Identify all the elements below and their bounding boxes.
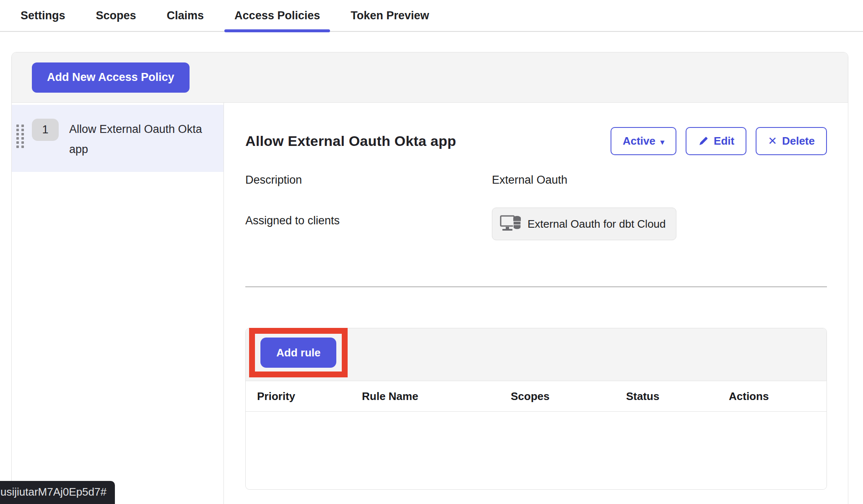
- tab-claims[interactable]: Claims: [157, 0, 214, 31]
- column-actions: Actions: [729, 390, 827, 403]
- status-dropdown-button[interactable]: Active ▾: [611, 127, 676, 155]
- rules-card: Add rule Priority Rule Name Scopes Statu…: [245, 328, 827, 490]
- chevron-down-icon: ▾: [660, 138, 664, 147]
- close-icon: ✕: [768, 135, 777, 148]
- client-app-icon: [500, 215, 522, 233]
- add-rule-button[interactable]: Add rule: [260, 338, 336, 368]
- column-priority: Priority: [257, 390, 362, 403]
- policy-detail-panel: Allow External Oauth Okta app Active ▾: [224, 103, 848, 504]
- description-value: External Oauth: [492, 174, 827, 187]
- rules-table-header: Priority Rule Name Scopes Status Actions: [246, 381, 827, 412]
- column-scopes: Scopes: [511, 390, 626, 403]
- assigned-clients-cell: External Oauth for dbt Cloud: [492, 213, 827, 240]
- policy-item-label: Allow External Oauth Okta app: [69, 119, 215, 159]
- tab-scopes[interactable]: Scopes: [86, 0, 146, 31]
- delete-button-label: Delete: [782, 135, 815, 148]
- column-rule-name: Rule Name: [362, 390, 511, 403]
- policy-action-buttons: Active ▾ Edit ✕: [611, 127, 827, 155]
- policy-list: 1 Allow External Oauth Okta app: [12, 103, 224, 504]
- delete-button[interactable]: ✕ Delete: [756, 127, 827, 155]
- link-status-text: usijiutarM7Aj0Ep5d7#: [0, 486, 107, 499]
- add-new-access-policy-button[interactable]: Add New Access Policy: [32, 62, 190, 93]
- tab-settings[interactable]: Settings: [10, 0, 75, 31]
- column-status: Status: [626, 390, 729, 403]
- panel-toolbar: Add New Access Policy: [12, 52, 848, 103]
- client-chip[interactable]: External Oauth for dbt Cloud: [492, 208, 676, 240]
- tab-token-preview[interactable]: Token Preview: [341, 0, 439, 31]
- page: Settings Scopes Claims Access Policies T…: [0, 0, 863, 504]
- tab-bar: Settings Scopes Claims Access Policies T…: [0, 0, 863, 32]
- access-policies-panel: Add New Access Policy: [11, 52, 848, 504]
- edit-pencil-icon: [698, 136, 709, 147]
- status-dropdown-label: Active: [623, 135, 655, 148]
- section-divider: [245, 286, 827, 287]
- rules-toolbar: Add rule: [246, 328, 827, 381]
- assigned-to-clients-label: Assigned to clients: [245, 213, 492, 240]
- edit-button-label: Edit: [714, 135, 734, 148]
- policy-list-item[interactable]: 1 Allow External Oauth Okta app: [12, 105, 224, 172]
- edit-button[interactable]: Edit: [686, 127, 746, 155]
- policy-priority-badge: 1: [32, 119, 59, 141]
- client-chip-label: External Oauth for dbt Cloud: [528, 218, 666, 231]
- link-status-tooltip: usijiutarM7Aj0Ep5d7#: [0, 481, 115, 504]
- drag-handle-icon[interactable]: [16, 124, 25, 149]
- policy-title: Allow External Oauth Okta app: [245, 133, 456, 149]
- rules-table-empty-body: [246, 412, 827, 489]
- description-label: Description: [245, 174, 492, 187]
- annotation-highlight-box: Add rule: [249, 328, 348, 377]
- tab-access-policies[interactable]: Access Policies: [224, 0, 330, 31]
